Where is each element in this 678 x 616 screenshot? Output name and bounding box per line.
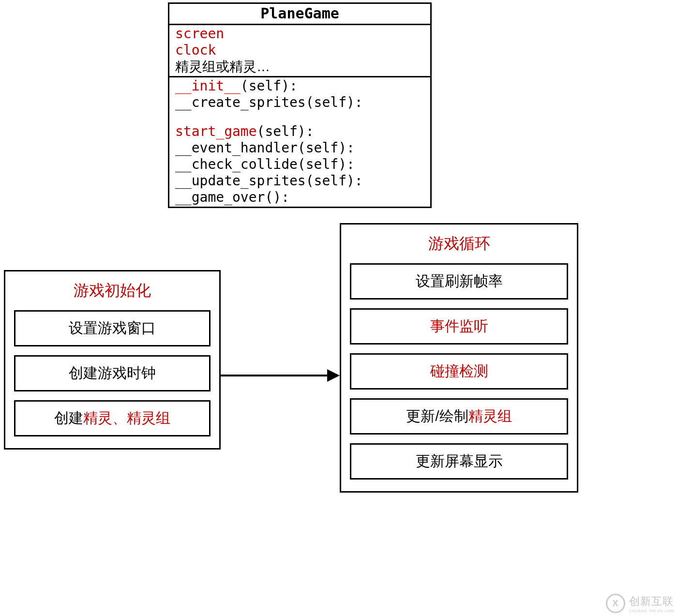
loop-panel-title: 游戏循环 xyxy=(350,233,568,255)
watermark-main: 创新互联 xyxy=(629,595,674,607)
uml-attr-row: 精灵组或精灵… xyxy=(175,59,424,75)
loop-step: 更新屏幕显示 xyxy=(350,443,568,480)
uml-methods-spacer xyxy=(175,111,424,123)
watermark-logo-icon: X xyxy=(606,594,625,613)
arrow-line xyxy=(221,375,329,376)
uml-method-row: __init__(self): xyxy=(175,78,424,94)
loop-step: 事件监听 xyxy=(350,308,568,345)
init-step: 创建精灵、精灵组 xyxy=(14,400,211,436)
uml-attr-row: screen xyxy=(175,26,424,42)
init-step: 设置游戏窗口 xyxy=(14,310,211,346)
uml-method-row: __game_over(): xyxy=(175,189,424,206)
uml-method-row: __update_sprites(self): xyxy=(175,173,424,189)
uml-method-row: start_game(self): xyxy=(175,123,424,140)
watermark-sub: CHUANG XIN HU LIAN xyxy=(629,609,674,613)
uml-method-row: __event_handler(self): xyxy=(175,140,424,156)
uml-attr-row: clock xyxy=(175,42,424,59)
uml-attributes-section: screen clock 精灵组或精灵… xyxy=(169,25,430,77)
uml-class-name: PlaneGame xyxy=(169,4,430,25)
loop-panel: 游戏循环 设置刷新帧率 事件监听 碰撞检测 更新/绘制精灵组 更新屏幕显示 xyxy=(340,223,578,493)
uml-class-box: PlaneGame screen clock 精灵组或精灵… __init__(… xyxy=(168,2,432,208)
arrow-head-icon xyxy=(327,369,340,382)
watermark: X 创新互联 CHUANG XIN HU LIAN xyxy=(606,594,674,613)
watermark-text-wrap: 创新互联 CHUANG XIN HU LIAN xyxy=(629,594,674,613)
uml-method-row: __check_collide(self): xyxy=(175,156,424,173)
uml-methods-section: __init__(self): __create_sprites(self): … xyxy=(169,77,430,207)
init-panel-title: 游戏初始化 xyxy=(14,280,211,301)
loop-step: 碰撞检测 xyxy=(350,353,568,390)
init-step: 创建游戏时钟 xyxy=(14,355,211,391)
loop-step: 更新/绘制精灵组 xyxy=(350,398,568,435)
loop-step: 设置刷新帧率 xyxy=(350,263,568,300)
uml-method-row: __create_sprites(self): xyxy=(175,94,424,111)
flow-arrow xyxy=(221,375,340,376)
init-panel: 游戏初始化 设置游戏窗口 创建游戏时钟 创建精灵、精灵组 xyxy=(4,270,221,450)
